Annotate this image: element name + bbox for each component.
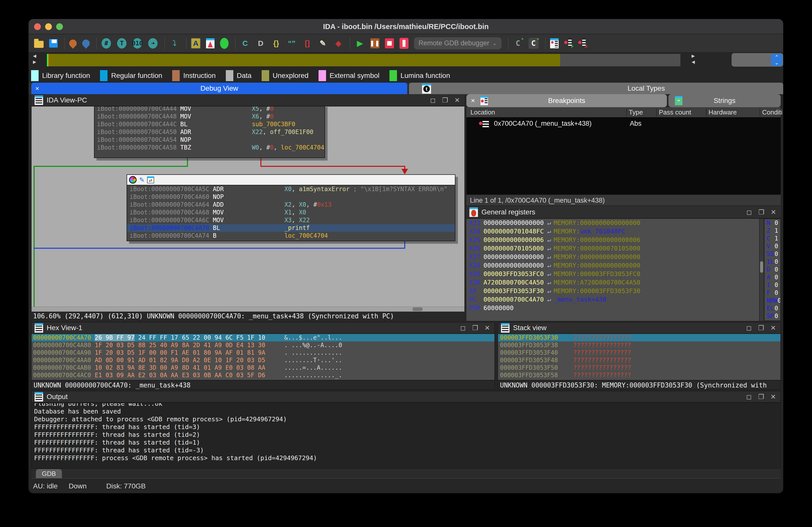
breakpoint-list-icon[interactable] — [550, 38, 559, 48]
maximize-icon[interactable]: ◻ — [746, 393, 752, 401]
hex-row[interactable]: 00000000700C4A801F 20 03 D5 88 25 40 A98… — [32, 342, 494, 349]
column-header-location[interactable]: Location — [470, 108, 495, 116]
float-icon[interactable]: ❐ — [758, 324, 764, 332]
struct-c-icon[interactable]: C — [240, 38, 250, 49]
lumina-icon[interactable] — [220, 38, 229, 49]
cpu-flag-row[interactable]: EL0 — [765, 305, 780, 312]
basic-block-1[interactable]: iBoot:00000000700C4A44 MOVX5, #0iBoot:00… — [94, 106, 325, 158]
basic-block-2[interactable]: ✎ ⇄ iBoot:00000000700C4A5C ADRX0, a1mSyn… — [127, 174, 455, 241]
close-icon[interactable]: ✕ — [770, 324, 776, 332]
register-row[interactable]: X250000000000000006↵MEMORY:0000000000000… — [466, 236, 759, 244]
cpu-flag-row[interactable]: I0 — [765, 281, 780, 289]
hex-dump[interactable]: 00000000700C4A7026 9B FF 97 24 FF FF 176… — [32, 334, 494, 379]
debugger-select[interactable]: Remote GDB debugger⌄ — [414, 37, 502, 49]
cpu-flag-row[interactable]: A0 — [765, 273, 780, 281]
float-icon[interactable]: ❐ — [442, 96, 448, 104]
maximize-icon[interactable]: ◻ — [430, 96, 436, 104]
color-wheel-icon[interactable] — [129, 176, 136, 184]
braces-icon[interactable]: {} — [271, 38, 281, 49]
cpu-flag-row[interactable]: C1 — [765, 235, 780, 242]
stack-row[interactable]: 000003FFD3053F58???????????????? — [498, 372, 780, 379]
disassembly-row[interactable]: iBoot:00000000700C4A58 TBZW0, #0, loc_70… — [95, 144, 324, 152]
navigation-band[interactable] — [47, 54, 681, 66]
general-registers-header[interactable]: General registers ◻ ❐ ✕ — [466, 206, 781, 219]
close-icon[interactable]: ✕ — [484, 324, 490, 332]
tab-breakpoints[interactable]: × Breakpoints — [466, 94, 667, 107]
hex-row[interactable]: 00000000700C4A7026 9B FF 97 24 FF FF 176… — [32, 334, 494, 342]
register-row[interactable]: X29000003FFD3053FC0↵MEMORY:000003FFD3053… — [466, 270, 759, 278]
ida-view-pc-header[interactable]: IDA View-PC ◻ ❐ ✕ — [32, 94, 464, 106]
maximize-icon[interactable]: ◻ — [746, 208, 752, 216]
jump-xref-icon[interactable]: ⤵ — [170, 38, 179, 49]
register-row[interactable]: X270000000000000000↵MEMORY:0000000000000… — [466, 253, 759, 261]
cpu-flag-row[interactable]: IL0 — [765, 258, 780, 266]
stack-row[interactable]: 000003FFD3053F48???????????????? — [498, 357, 780, 364]
breakpoint-row[interactable]: 0x700C4A70 (_menu_task+438) Abs — [466, 119, 781, 129]
nav-band-right-arrows[interactable]: ▶◀ — [690, 53, 696, 66]
scrollbar-thumb[interactable] — [412, 307, 422, 311]
jump-text-icon[interactable]: T — [117, 38, 127, 49]
hex-view-header[interactable]: Hex View-1 ◻ ❐ ✕ — [32, 322, 494, 334]
float-icon[interactable]: ❐ — [472, 324, 478, 332]
titlebar[interactable]: IDA - iboot.bin /Users/mathieu/RE/PCC/ib… — [29, 19, 783, 34]
cpu-flag-row[interactable]: D0 — [765, 266, 780, 273]
stack-row[interactable]: 000003FFD3053F40???????????????? — [498, 349, 780, 357]
nav-back-icon[interactable] — [68, 38, 78, 48]
column-header-hardware[interactable]: Hardware — [709, 108, 737, 116]
hex-row[interactable]: 00000000700C4AC0E1 03 09 AA E2 03 0A AAE… — [32, 372, 494, 379]
stack-dump[interactable]: 000003FFD3053F30????????????????000003FF… — [498, 334, 780, 379]
close-icon[interactable]: ✕ — [454, 96, 460, 104]
quotes-icon[interactable]: “” — [287, 38, 297, 49]
cpu-flag-row[interactable]: SP0 — [765, 312, 780, 320]
float-icon[interactable]: ❐ — [758, 208, 764, 216]
register-link[interactable]: unk_701048FC — [580, 228, 625, 235]
brackets-icon[interactable]: [] — [302, 38, 312, 49]
disassembly-row[interactable]: iBoot:00000000700C4A64 ADDX2, X0, #0x13 — [127, 201, 455, 209]
step-into-icon[interactable]: C — [528, 38, 539, 49]
gdb-tab-button[interactable]: GDB — [36, 469, 62, 478]
struct-d-icon[interactable]: D — [256, 38, 266, 49]
jump-address-icon[interactable]: ➜ — [148, 38, 158, 49]
register-row[interactable]: X2400000000701048FC↵MEMORY:unk_701048FC — [466, 227, 759, 236]
edit-pencil-icon[interactable]: ✎ — [139, 176, 145, 184]
disassembly-row[interactable]: iBoot:00000000700C4A44 MOVX5, #0 — [95, 106, 324, 113]
cpu-flag-row[interactable]: V0 — [765, 242, 780, 250]
column-header-pass-count[interactable]: Pass count — [659, 108, 691, 116]
jump-number-icon[interactable]: # — [101, 38, 111, 49]
local-types-icon[interactable]: t — [422, 84, 431, 94]
output-log[interactable]: Flushing buffers, please wait...okDataba… — [32, 403, 780, 468]
disassembly-row[interactable]: iBoot:00000000700C4A50 ADRX22, off_700E1… — [95, 128, 324, 136]
stack-view-header[interactable]: Stack view ◻ ❐ ✕ — [498, 322, 780, 334]
scrollbar-thumb[interactable] — [760, 261, 763, 273]
stack-row[interactable]: 000003FFD3053F38???????????????? — [498, 342, 780, 349]
cpu-flag-row[interactable]: N0 — [765, 219, 780, 227]
output-header[interactable]: Output ◻ ❐ ✕ — [32, 391, 780, 403]
chart-icon[interactable] — [206, 38, 215, 48]
open-file-icon[interactable] — [34, 41, 44, 48]
disassembly-row[interactable]: iBoot:00000000700C4A70 BL_printf — [127, 224, 455, 232]
cpu-flag-row[interactable]: SS0 — [765, 250, 780, 258]
disassembly-row[interactable]: iBoot:00000000700C4A48 MOVX6, #0 — [95, 113, 324, 120]
registers-list[interactable]: X230000000000000000↵MEMORY:0000000000000… — [466, 219, 759, 321]
edit-icon[interactable]: ✎ — [318, 38, 328, 49]
run-icon[interactable]: ▶ — [355, 38, 365, 49]
stop-icon[interactable] — [385, 38, 394, 48]
column-header-type[interactable]: Type — [629, 108, 643, 116]
disassembly-row[interactable]: iBoot:00000000700C4A4C BLsub_700C3BF0 — [95, 120, 324, 128]
hex-row[interactable]: 00000000700C4AA0AD 0D 00 91 AD 01 82 9AD… — [32, 357, 494, 364]
graph-horizontal-scrollbar[interactable] — [32, 306, 464, 312]
tab-local-types[interactable]: Local Types — [509, 85, 783, 92]
register-row[interactable]: X280000000000000000↵MEMORY:0000000000000… — [466, 261, 759, 270]
save-icon[interactable] — [49, 39, 58, 48]
column-header-conditi[interactable]: Conditi — [762, 108, 782, 116]
registers-scrollbar[interactable] — [759, 219, 764, 321]
step-over-icon[interactable]: C — [513, 38, 523, 49]
detach-icon[interactable] — [400, 38, 408, 49]
register-row[interactable]: X260000000070105000↵MEMORY:0000000070105… — [466, 244, 759, 253]
disassembly-row[interactable]: iBoot:00000000700C4A74 Bloc_700C4704 — [127, 232, 455, 240]
tab-strings[interactable]: “ Strings — [668, 94, 781, 107]
breakpoint-add-icon[interactable]: + — [564, 38, 572, 48]
cpu-flag-row[interactable]: F0 — [765, 289, 780, 297]
float-icon[interactable]: ❐ — [758, 393, 764, 401]
breakpoints-list[interactable]: 0x700C4A70 (_menu_task+438) Abs — [466, 117, 781, 194]
